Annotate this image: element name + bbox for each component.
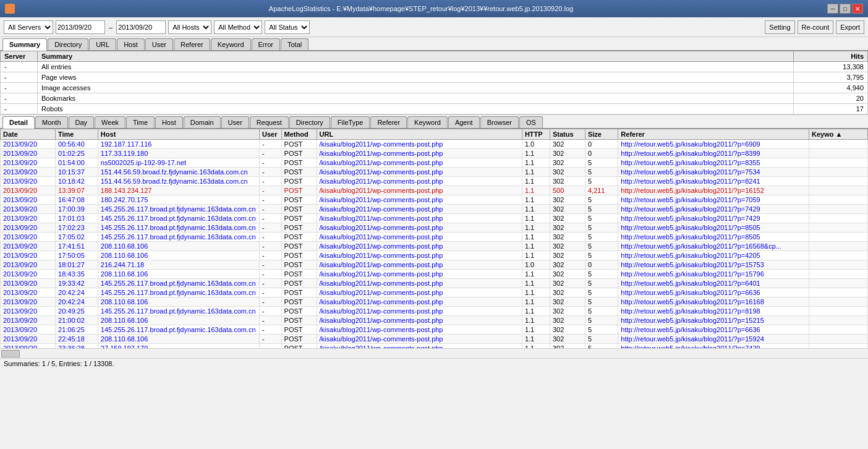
data-section[interactable]: DateTimeHostUserMethodURLHTTPStatusSizeR… bbox=[0, 129, 868, 348]
detail-tab-time[interactable]: Time bbox=[126, 116, 155, 128]
col-header-keywo[interactable]: Keywo ▲ bbox=[809, 129, 867, 140]
detail-tab-user[interactable]: User bbox=[221, 116, 249, 128]
date-to-input[interactable] bbox=[116, 20, 166, 34]
cell-status: 302 bbox=[550, 344, 585, 349]
cell-date: 2013/09/20 bbox=[1, 344, 56, 349]
cell-status: 302 bbox=[550, 297, 585, 307]
cell-http: 1.1 bbox=[522, 325, 550, 335]
cell-time: 20:42:24 bbox=[56, 288, 98, 297]
summary-col-header: Summary bbox=[38, 51, 794, 62]
detail-tab-keyword[interactable]: Keyword bbox=[407, 116, 448, 128]
top-tab-referer[interactable]: Referer bbox=[174, 38, 210, 50]
cell-url: /kisaku/blog2011/wp-comments-post.php bbox=[317, 307, 522, 316]
cell-date: 2013/09/20 bbox=[1, 297, 56, 307]
data-table: DateTimeHostUserMethodURLHTTPStatusSizeR… bbox=[0, 129, 868, 348]
detail-tab-agent[interactable]: Agent bbox=[448, 116, 480, 128]
col-header-method[interactable]: Method bbox=[281, 129, 317, 140]
top-tab-directory[interactable]: Directory bbox=[48, 38, 88, 50]
summary-server: - bbox=[1, 83, 38, 93]
detail-tab-request[interactable]: Request bbox=[250, 116, 289, 128]
top-tab-error[interactable]: Error bbox=[252, 38, 280, 50]
cell-referer: http://retour.web5.jp/kisaku/blog2011/?p… bbox=[618, 316, 809, 325]
detail-tab-referer[interactable]: Referer bbox=[370, 116, 407, 128]
cell-time: 17:01:03 bbox=[56, 214, 98, 223]
cell-http: 1.1 bbox=[522, 316, 550, 325]
col-header-date[interactable]: Date bbox=[1, 129, 56, 140]
top-tab-host[interactable]: Host bbox=[117, 38, 145, 50]
server-select[interactable]: All Servers bbox=[4, 20, 53, 34]
cell-user: - bbox=[259, 140, 281, 149]
cell-referer: http://retour.web5.jp/kisaku/blog2011/?p… bbox=[618, 288, 809, 297]
detail-tab-domain[interactable]: Domain bbox=[184, 116, 221, 128]
cell-time: 18:01:27 bbox=[56, 260, 98, 270]
cell-date: 2013/09/20 bbox=[1, 233, 56, 242]
detail-tab-directory[interactable]: Directory bbox=[289, 116, 330, 128]
cell-time: 17:02:23 bbox=[56, 223, 98, 233]
col-header-host[interactable]: Host bbox=[98, 129, 259, 140]
title-text: ApacheLogStatistics - E:¥Mydata¥homepage… bbox=[269, 5, 573, 12]
cell-size: 0 bbox=[585, 140, 618, 149]
detail-tab-detail[interactable]: Detail bbox=[2, 116, 35, 129]
col-header-http[interactable]: HTTP bbox=[522, 129, 550, 140]
col-header-url[interactable]: URL bbox=[317, 129, 522, 140]
cell-http: 1.1 bbox=[522, 186, 550, 195]
col-header-time[interactable]: Time bbox=[56, 129, 98, 140]
detail-tab-filetype[interactable]: FileType bbox=[331, 116, 370, 128]
top-tab-total[interactable]: Total bbox=[281, 38, 308, 50]
minimize-button[interactable]: ─ bbox=[827, 4, 838, 14]
col-header-referer[interactable]: Referer bbox=[618, 129, 809, 140]
col-header-status[interactable]: Status bbox=[550, 129, 585, 140]
table-row: 2013/09/2000:56:40192.187.117.116-POST/k… bbox=[1, 140, 868, 149]
cell-keyword bbox=[809, 242, 867, 251]
detail-tab-host[interactable]: Host bbox=[155, 116, 183, 128]
top-tab-keyword[interactable]: Keyword bbox=[211, 38, 251, 50]
cell-method: POST bbox=[281, 307, 317, 316]
col-header-size[interactable]: Size bbox=[585, 129, 618, 140]
cell-time: 21:06:25 bbox=[56, 325, 98, 335]
cell-host: 151.44.56.59.broad.fz.fjdynamic.163data.… bbox=[98, 177, 259, 186]
cell-method: POST bbox=[281, 344, 317, 349]
cell-date: 2013/09/20 bbox=[1, 307, 56, 316]
hscroll-bar[interactable] bbox=[0, 348, 868, 358]
cell-time: 17:00:39 bbox=[56, 205, 98, 214]
status-select[interactable]: All Status bbox=[265, 20, 310, 34]
top-tab-user[interactable]: User bbox=[145, 38, 173, 50]
top-tab-url[interactable]: URL bbox=[89, 38, 116, 50]
cell-time: 00:56:40 bbox=[56, 140, 98, 149]
maximize-button[interactable]: □ bbox=[840, 4, 851, 14]
cell-method: POST bbox=[281, 297, 317, 307]
recount-button[interactable]: Re-count bbox=[798, 20, 834, 34]
cell-http: 1.0 bbox=[522, 260, 550, 270]
close-button[interactable]: ✕ bbox=[852, 4, 863, 14]
cell-http: 1.1 bbox=[522, 251, 550, 260]
cell-method: POST bbox=[281, 288, 317, 297]
summary-row: - Image accesses 4,940 bbox=[1, 83, 868, 93]
col-header-user[interactable]: User bbox=[259, 129, 281, 140]
detail-tab-bar: DetailMonthDayWeekTimeHostDomainUserRequ… bbox=[0, 115, 868, 129]
cell-method: POST bbox=[281, 260, 317, 270]
cell-url: /kisaku/blog2011/wp-comments-post.php bbox=[317, 214, 522, 223]
cell-url: /kisaku/blog2011/wp-comments-post.php bbox=[317, 288, 522, 297]
table-row: 2013/09/2020:42:24145.255.26.117.broad.p… bbox=[1, 288, 868, 297]
detail-tab-month[interactable]: Month bbox=[35, 116, 68, 128]
detail-tab-day[interactable]: Day bbox=[69, 116, 95, 128]
setting-button[interactable]: Setting bbox=[765, 20, 794, 34]
cell-status: 302 bbox=[550, 325, 585, 335]
detail-tab-os[interactable]: OS bbox=[519, 116, 543, 128]
cell-keyword bbox=[809, 168, 867, 177]
cell-host: 180.242.70.175 bbox=[98, 195, 259, 205]
summary-server: - bbox=[1, 93, 38, 104]
method-select[interactable]: All Method bbox=[214, 20, 262, 34]
detail-tab-browser[interactable]: Browser bbox=[480, 116, 519, 128]
cell-referer: http://retour.web5.jp/kisaku/blog2011/?p… bbox=[618, 140, 809, 149]
cell-url: /kisaku/blog2011/wp-comments-post.php bbox=[317, 223, 522, 233]
table-row: 2013/09/2017:41:51208.110.68.106-POST/ki… bbox=[1, 242, 868, 251]
cell-host: 216.244.71.18 bbox=[98, 260, 259, 270]
hosts-select[interactable]: All Hosts bbox=[168, 20, 211, 34]
cell-host: 145.255.26.117.broad.pt.fjdynamic.163dat… bbox=[98, 288, 259, 297]
detail-tab-week[interactable]: Week bbox=[95, 116, 126, 128]
cell-method: POST bbox=[281, 325, 317, 335]
top-tab-summary[interactable]: Summary bbox=[2, 38, 47, 51]
date-from-input[interactable] bbox=[56, 20, 105, 34]
export-button[interactable]: Export bbox=[836, 20, 864, 34]
